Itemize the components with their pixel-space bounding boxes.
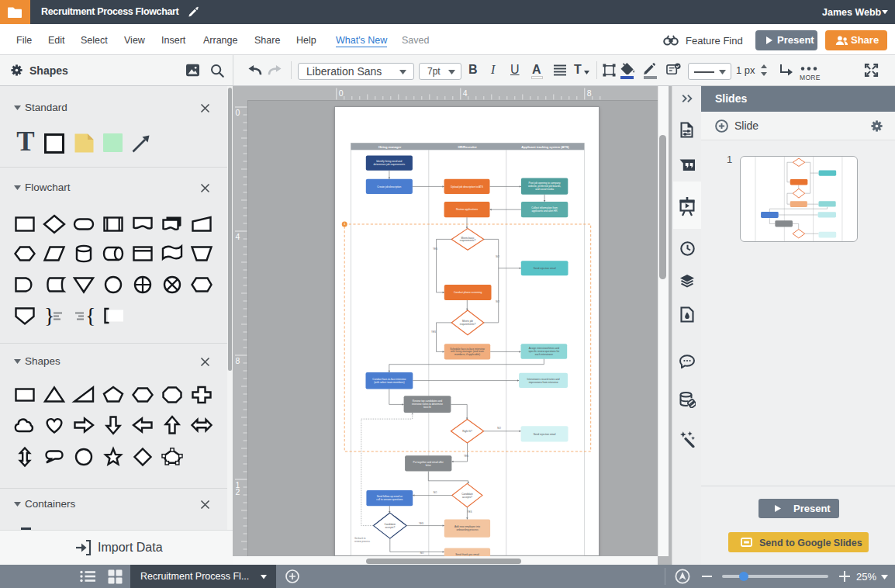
- svg-text:4: 4: [236, 232, 240, 241]
- svg-text:call to answer questions: call to answer questions: [376, 498, 403, 501]
- svg-text:Right fit?: Right fit?: [462, 430, 472, 433]
- svg-text:8: 8: [236, 356, 240, 365]
- svg-text:Conduct phone screening: Conduct phone screening: [454, 291, 482, 294]
- svg-text:requirements?: requirements?: [460, 323, 476, 326]
- svg-text:best fit: best fit: [423, 406, 431, 409]
- svg-text:Send rejection email: Send rejection email: [534, 267, 556, 270]
- svg-text:4: 4: [463, 88, 468, 98]
- svg-text:each interviewer: each interviewer: [535, 353, 554, 356]
- svg-text:and social media: and social media: [535, 188, 554, 191]
- svg-text:onboarding process: onboarding process: [457, 528, 479, 531]
- svg-text:NO: NO: [496, 255, 499, 258]
- svg-text:Review applications: Review applications: [456, 208, 479, 211]
- svg-text:applicants and alert HR: applicants and alert HR: [532, 209, 558, 213]
- svg-text:(with select team members): (with select team members): [374, 381, 404, 384]
- svg-text:NO: NO: [434, 491, 437, 494]
- svg-text:requirements?: requirements?: [460, 239, 476, 242]
- svg-text:NO: NO: [496, 300, 499, 303]
- svg-text:NO: NO: [497, 427, 501, 430]
- svg-text:2: 2: [236, 487, 240, 496]
- svg-text:letter: letter: [426, 464, 432, 467]
- svg-text:}: }: [44, 303, 54, 327]
- svg-text:members, if applicable): members, if applicable): [454, 353, 480, 356]
- svg-text:1: 1: [344, 223, 345, 226]
- svg-text:Send rejection email: Send rejection email: [534, 433, 556, 436]
- svg-text:0: 0: [339, 88, 344, 98]
- svg-text:0: 0: [236, 108, 240, 117]
- svg-text:Applicant tracking system (ATS: Applicant tracking system (ATS): [521, 145, 569, 149]
- svg-text:8: 8: [587, 88, 592, 98]
- svg-text:accepts?: accepts?: [385, 526, 395, 529]
- svg-text:YES: YES: [467, 510, 472, 514]
- svg-text:Upload job description to ATS: Upload job description to ATS: [451, 185, 483, 189]
- svg-text:accepts?: accepts?: [462, 496, 472, 499]
- svg-text:{: {: [85, 303, 95, 327]
- svg-text:Hiring manager: Hiring manager: [378, 145, 402, 149]
- svg-text:review process: review process: [354, 540, 371, 543]
- svg-text:NO: NO: [420, 552, 424, 555]
- svg-text:YES: YES: [464, 455, 468, 458]
- svg-text:YES: YES: [419, 522, 423, 525]
- svg-text:HR/Recruiter: HR/Recruiter: [458, 145, 477, 149]
- svg-text:impressions from interview: impressions from interview: [529, 381, 558, 384]
- svg-text:Create job description: Create job description: [377, 185, 401, 189]
- svg-text:YES: YES: [431, 330, 436, 334]
- svg-text:YES: YES: [433, 247, 437, 251]
- svg-text:determines job requirements: determines job requirements: [374, 163, 406, 166]
